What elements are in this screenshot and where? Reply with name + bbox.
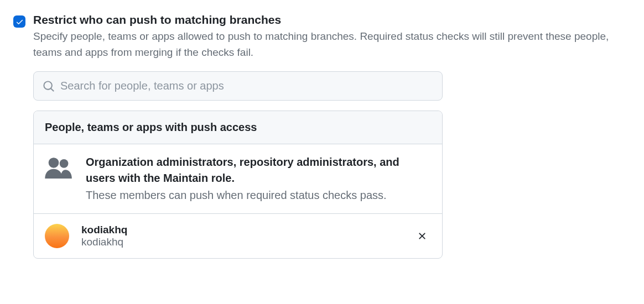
app-avatar (45, 224, 69, 248)
remove-button[interactable] (413, 227, 431, 245)
app-access-item: kodiakhq kodiakhq (34, 214, 442, 258)
restrict-push-checkbox[interactable] (13, 15, 25, 28)
setting-title: Restrict who can push to matching branch… (33, 13, 631, 27)
restrict-push-setting: Restrict who can push to matching branch… (13, 13, 631, 259)
search-input[interactable] (60, 80, 433, 92)
panel-header: People, teams or apps with push access (34, 111, 442, 144)
admin-item-text: Organization administrators, repository … (86, 154, 431, 203)
checkmark-icon (15, 18, 24, 26)
push-access-panel: People, teams or apps with push access O… (33, 111, 443, 259)
svg-point-0 (49, 158, 59, 168)
admin-access-item: Organization administrators, repository … (34, 144, 442, 214)
close-icon (417, 230, 428, 242)
app-name: kodiakhq (81, 224, 127, 235)
setting-description: Specify people, teams or apps allowed to… (33, 29, 620, 60)
svg-point-1 (60, 159, 69, 168)
search-box[interactable] (33, 71, 443, 101)
app-text: kodiakhq kodiakhq (81, 224, 401, 248)
admin-item-subtitle: These members can push when required sta… (86, 187, 431, 203)
setting-content: Restrict who can push to matching branch… (33, 13, 631, 259)
search-icon (43, 80, 55, 92)
app-slug: kodiakhq (81, 236, 401, 248)
admin-item-title: Organization administrators, repository … (86, 154, 431, 186)
people-icon (45, 156, 74, 179)
